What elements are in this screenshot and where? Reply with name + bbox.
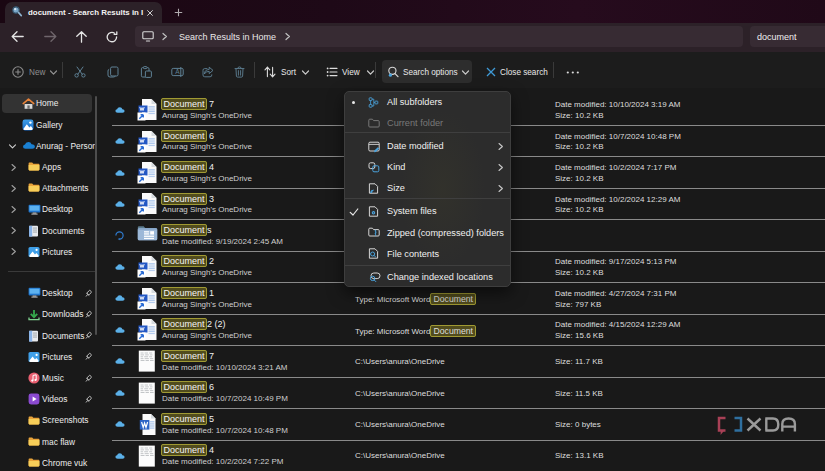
svg-text:A: A	[175, 68, 180, 75]
